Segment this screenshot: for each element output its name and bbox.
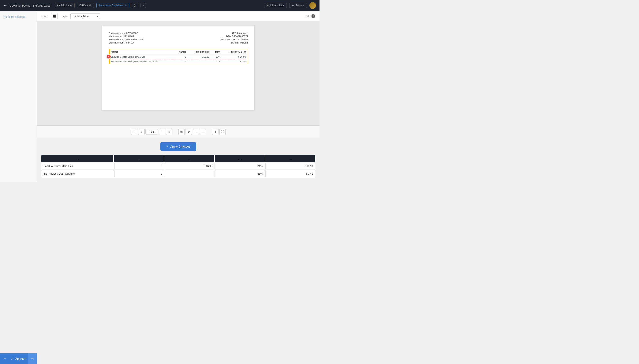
table-header-row: Artikel Aantal Prijs per stuk BTW Prijs … xyxy=(109,49,248,54)
aantal-sub-cell: 1 xyxy=(174,59,187,64)
remove-row-button[interactable]: × xyxy=(107,54,111,59)
add-tab-button[interactable]: + xyxy=(141,3,146,8)
data-cell-2-4[interactable]: 21% xyxy=(215,170,265,177)
ordernummer-row: Ordernummer: 33455025 xyxy=(109,42,144,44)
table-row: SanDisk Cruzer Ultra Flair 16 GB 1 € 16,… xyxy=(109,54,248,59)
page-input[interactable] xyxy=(145,129,158,134)
first-page-button[interactable]: ⏮ xyxy=(131,128,137,135)
annotation-guidelines-button[interactable]: Annotation Guidelines ✎ xyxy=(96,3,129,8)
bounce-icon: ↩ xyxy=(292,4,294,7)
main-layout: No fields detected. Tool : Type Factuur … xyxy=(0,11,320,182)
prijs-stuk-sub-cell xyxy=(188,59,211,64)
col-header-5[interactable]: ... xyxy=(265,155,315,162)
col-header-3[interactable]: ... xyxy=(164,155,214,162)
type-label: Type xyxy=(61,14,67,18)
col-header-1[interactable]: ... xyxy=(41,155,113,162)
fullscreen-button[interactable]: ⛶ xyxy=(219,128,226,135)
btw-text: BTW BE0867686774 xyxy=(221,35,248,38)
col-prijs-stuk: Prijs per stuk xyxy=(188,49,211,54)
download-button[interactable]: ⬇ xyxy=(212,128,218,135)
data-cell-2-2[interactable]: 1 xyxy=(114,170,164,177)
col-aantal: Aantal xyxy=(174,49,187,54)
bottom-section: ✓ Apply Changes ... ... ... ... ... SanD… xyxy=(37,138,320,182)
bic-text: BIC BBRUBEBB xyxy=(221,42,248,44)
user-avatar[interactable] xyxy=(309,2,316,9)
zoom-out-button[interactable]: − xyxy=(200,128,206,135)
data-row: Incl. Auvibel: USB-stick (me 1 21% € 0,6… xyxy=(41,170,315,177)
data-table-header-row: ... ... ... ... ... xyxy=(41,155,315,162)
aantal-cell: 1 xyxy=(174,54,187,59)
document-page: Factuurnummer: 878003302 Klantnummer: 12… xyxy=(102,26,254,110)
data-cell-1-5[interactable]: € 16,99 xyxy=(265,162,315,170)
invoice-left: Factuurnummer: 878003302 Klantnummer: 12… xyxy=(109,32,144,44)
col-btw: BTW xyxy=(211,49,222,54)
data-cell-2-5[interactable]: € 0,61 xyxy=(265,170,315,177)
help-icon: ? xyxy=(311,14,315,18)
factuurnummer-row: Factuurnummer: 878003302 xyxy=(109,32,144,34)
artikel-sub-cell: Incl. Auvibel: USB-stick (meer dan 4GB t… xyxy=(109,59,174,64)
filename-label: Coolblue_Factuur_878003302.pdf xyxy=(10,4,51,7)
next-page-button[interactable]: › xyxy=(159,128,165,135)
help-button[interactable]: Help ? xyxy=(304,14,315,18)
invoice-table: Artikel Aantal Prijs per stuk BTW Prijs … xyxy=(109,49,248,64)
table-row: Incl. Auvibel: USB-stick (meer dan 4GB t… xyxy=(109,59,248,64)
rpr-text: RPR Antwerpen xyxy=(221,32,248,34)
invoice-info: Factuurnummer: 878003302 Klantnummer: 12… xyxy=(109,32,248,44)
add-label-button[interactable]: 🏷 Add Label xyxy=(55,3,75,8)
trash-button[interactable]: 🗑 xyxy=(132,3,138,8)
fit-page-button[interactable]: ⊞ xyxy=(178,128,185,135)
type-select-wrapper: Factuur Tabel Item Header xyxy=(70,13,100,19)
edit-icon: ✎ xyxy=(125,4,127,7)
data-cell-2-1[interactable]: Incl. Auvibel: USB-stick (me xyxy=(41,170,114,177)
toolbar: Tool : Type Factuur Tabel Item Header He… xyxy=(37,11,320,21)
zoom-in-button[interactable]: + xyxy=(193,128,199,135)
klantnummer-row: Klantnummer: 12304944 xyxy=(109,35,144,38)
col-header-2[interactable]: ... xyxy=(114,155,164,162)
no-fields-label: No fields detected. xyxy=(4,15,26,18)
inbox-button[interactable]: ✉ Inbox: Victor xyxy=(264,3,287,8)
invoice-table-wrapper: × Artikel Aantal Prijs per stuk BTW Prij… xyxy=(109,49,248,64)
prijs-incl-cell: € 16,99 xyxy=(222,54,247,59)
top-navigation: ← Coolblue_Factuur_878003302.pdf 🏷 Add L… xyxy=(0,0,320,11)
inbox-icon: ✉ xyxy=(267,4,269,7)
original-button[interactable]: ORIGINAL xyxy=(77,3,94,8)
checkmark-icon: ✓ xyxy=(166,145,169,148)
col-prijs-incl: Prijs incl. BTW xyxy=(222,49,247,54)
apply-changes-button[interactable]: ✓ Apply Changes xyxy=(160,142,196,151)
artikel-cell: SanDisk Cruzer Ultra Flair 16 GB xyxy=(109,54,174,59)
data-table: ... ... ... ... ... SanDisk Cruzer Ultra… xyxy=(41,155,315,178)
btw-cell: 21% xyxy=(211,54,222,59)
prev-page-button[interactable]: ‹ xyxy=(138,128,145,135)
prijs-incl-sub-cell: € 0,61 xyxy=(222,59,247,64)
content-area: Tool : Type Factuur Tabel Item Header He… xyxy=(37,11,320,182)
tag-icon: 🏷 xyxy=(57,4,60,7)
data-cell-1-1[interactable]: SanDisk Cruzer Ultra Flair xyxy=(41,162,114,170)
prijs-stuk-cell: € 16,99 xyxy=(188,54,211,59)
apply-changes-row: ✓ Apply Changes xyxy=(41,142,315,151)
invoice-right: RPR Antwerpen BTW BE0867686774 IBAN BE07… xyxy=(221,32,248,44)
btw-sub-cell: 21% xyxy=(211,59,222,64)
factuurdatum-row: Factuurdatum: 23 december 2018 xyxy=(109,38,144,41)
col-artikel: Artikel xyxy=(109,49,174,54)
data-cell-1-3[interactable]: € 16,99 xyxy=(165,162,214,170)
col-header-4[interactable]: ... xyxy=(215,155,265,162)
rotate-button[interactable]: ↻ xyxy=(186,128,192,135)
tool-icon-button[interactable] xyxy=(51,13,58,19)
tool-label: Tool : xyxy=(41,14,48,18)
data-cell-1-2[interactable]: 1 xyxy=(114,162,164,170)
data-cell-2-3[interactable] xyxy=(165,170,214,177)
bounce-button[interactable]: ↩ Bounce xyxy=(289,3,307,8)
back-button[interactable]: ← xyxy=(4,4,7,8)
last-page-button[interactable]: ⏭ xyxy=(166,128,172,135)
data-row: SanDisk Cruzer Ultra Flair 1 € 16,99 21%… xyxy=(41,162,315,170)
left-sidebar: No fields detected. xyxy=(0,11,37,182)
pagination-bar: ⏮ ‹ › ⏭ ⊞ ↻ + − ⬇ ⛶ xyxy=(37,126,320,138)
iban-text: IBAN BE07310160125666 xyxy=(221,38,248,41)
document-view: Factuurnummer: 878003302 Klantnummer: 12… xyxy=(37,21,320,126)
data-cell-1-4[interactable]: 21% xyxy=(215,162,265,170)
type-select[interactable]: Factuur Tabel Item Header xyxy=(70,13,100,19)
